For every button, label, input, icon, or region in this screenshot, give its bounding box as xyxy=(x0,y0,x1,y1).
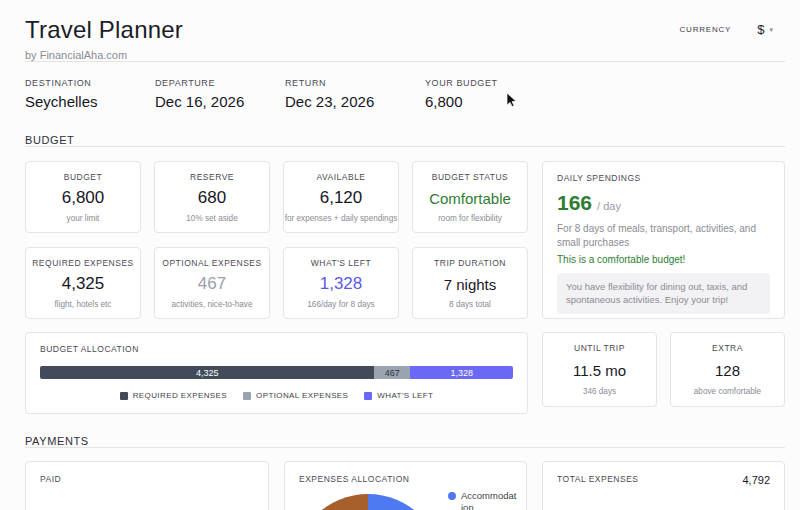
card-value: 7 nights xyxy=(444,276,497,293)
card-label: OPTIONAL EXPENSES xyxy=(162,258,261,268)
currency-label: CURRENCY xyxy=(680,25,732,34)
card-label: REQUIRED EXPENSES xyxy=(32,258,134,268)
divider xyxy=(25,61,785,62)
card-caption: 166/day for 8 days xyxy=(307,300,374,309)
return-label: RETURN xyxy=(285,78,420,88)
card-reserve: RESERVE 680 10% set aside xyxy=(154,161,270,233)
card-trip-duration: TRIP DURATION 7 nights 8 days total xyxy=(412,247,528,319)
card-caption: 346 days xyxy=(583,387,616,396)
card-total-expenses: TOTAL EXPENSES 4,792 xyxy=(542,461,785,510)
divider xyxy=(25,447,785,448)
return-field: RETURN Dec 23, 2026 xyxy=(285,78,420,110)
allocation-legend: REQUIRED EXPENSES OPTIONAL EXPENSES WHAT… xyxy=(40,391,513,400)
legend-item-whats-left: WHAT'S LEFT xyxy=(364,391,433,400)
card-caption: room for flexibility xyxy=(438,214,502,223)
total-expenses-value: 4,792 xyxy=(742,474,770,486)
card-daily-spendings: DAILY SPENDINGS 166 / day For 8 days of … xyxy=(542,161,785,319)
legend-swatch-required xyxy=(120,392,128,400)
card-value: 11.5 mo xyxy=(573,362,626,379)
card-until-trip: UNTIL TRIP 11.5 mo 346 days xyxy=(542,332,657,407)
card-label: BUDGET STATUS xyxy=(432,172,508,182)
header: Travel Planner by FinancialAha.com CURRE… xyxy=(25,0,785,61)
allocation-segment-whats-left: 1,328 xyxy=(410,366,513,379)
payments-section-title: PAYMENTS xyxy=(25,435,785,447)
card-budget-status: BUDGET STATUS Comfortable room for flexi… xyxy=(412,161,528,233)
card-value: 6,800 xyxy=(62,188,105,208)
trip-inputs: DESTINATION Seychelles DEPARTURE Dec 16,… xyxy=(25,78,785,110)
allocation-segment-optional: 467 xyxy=(374,366,410,379)
card-caption: 8 days total xyxy=(449,300,491,309)
card-caption: your limit xyxy=(67,214,100,223)
budget-field: YOUR BUDGET 6,800 xyxy=(425,78,555,110)
card-caption: flight, hotels etc xyxy=(55,300,112,309)
daily-value: 166 xyxy=(557,191,592,215)
page-title: Travel Planner xyxy=(25,16,183,44)
card-extra: EXTRA 128 above comfortable xyxy=(670,332,785,407)
card-value: 1,328 xyxy=(320,274,363,294)
card-whats-left: WHAT'S LEFT 1,328 166/day for 8 days xyxy=(283,247,399,319)
card-budget: BUDGET 6,800 your limit xyxy=(25,161,141,233)
legend-dot-accommodation xyxy=(448,492,456,500)
budget-area: BUDGET 6,800 your limit RESERVE 680 10% … xyxy=(25,161,785,319)
departure-input[interactable]: Dec 16, 2026 xyxy=(155,93,285,110)
card-label: BUDGET xyxy=(64,172,102,182)
destination-input[interactable]: Seychelles xyxy=(25,93,155,110)
legend-label: WHAT'S LEFT xyxy=(377,391,433,400)
destination-label: DESTINATION xyxy=(25,78,155,88)
legend-label: Accommodation xyxy=(461,490,518,510)
expenses-pie-chart xyxy=(293,494,443,510)
currency-select[interactable]: $ ▾ xyxy=(757,22,773,37)
daily-tip: You have flexibility for dining out, tax… xyxy=(557,273,770,314)
card-value: Comfortable xyxy=(429,190,511,207)
card-value: 467 xyxy=(198,274,226,294)
card-caption: above comfortable xyxy=(694,387,761,396)
travel-planner-app: Travel Planner by FinancialAha.com CURRE… xyxy=(0,0,800,510)
destination-field: DESTINATION Seychelles xyxy=(25,78,155,110)
card-required-expenses: REQUIRED EXPENSES 4,325 flight, hotels e… xyxy=(25,247,141,319)
card-available: AVAILABLE 6,120 for expenses + daily spe… xyxy=(283,161,399,233)
budget-section-title: BUDGET xyxy=(25,134,785,146)
card-label: RESERVE xyxy=(190,172,234,182)
card-value: 6,120 xyxy=(320,188,363,208)
card-label: EXTRA xyxy=(712,343,743,353)
currency-control: CURRENCY $ ▾ xyxy=(680,22,774,37)
daily-value-row: 166 / day xyxy=(557,191,770,215)
budget-allocation-card: BUDGET ALLOCATION 4,325 467 1,328 REQUIR… xyxy=(25,332,528,414)
countdown-cards: UNTIL TRIP 11.5 mo 346 days EXTRA 128 ab… xyxy=(542,332,785,407)
card-label: AVAILABLE xyxy=(316,172,365,182)
card-expenses-allocation: EXPENSES ALLOCATION Accommodation xyxy=(284,461,527,510)
currency-value: $ xyxy=(757,22,764,37)
card-label: UNTIL TRIP xyxy=(574,343,625,353)
paid-label: PAID xyxy=(40,474,254,484)
card-label: WHAT'S LEFT xyxy=(311,258,371,268)
pie-legend-item-accommodation: Accommodation xyxy=(448,490,518,510)
daily-unit: / day xyxy=(597,200,621,212)
daily-spendings-label: DAILY SPENDINGS xyxy=(557,173,770,183)
return-input[interactable]: Dec 23, 2026 xyxy=(285,93,420,110)
allocation-bar: 4,325 467 1,328 xyxy=(40,366,513,379)
chevron-down-icon: ▾ xyxy=(769,26,773,34)
departure-field: DEPARTURE Dec 16, 2026 xyxy=(155,78,285,110)
budget-input[interactable]: 6,800 xyxy=(425,93,555,110)
card-paid: PAID xyxy=(25,461,269,510)
daily-description: For 8 days of meals, transport, activiti… xyxy=(557,222,770,249)
allocation-segment-required: 4,325 xyxy=(40,366,374,379)
legend-item-optional: OPTIONAL EXPENSES xyxy=(243,391,348,400)
card-value: 4,325 xyxy=(62,274,105,294)
card-caption: 10% set aside xyxy=(186,214,237,223)
expenses-allocation-label: EXPENSES ALLOCATION xyxy=(299,474,512,484)
legend-swatch-optional xyxy=(243,392,251,400)
total-expenses-label: TOTAL EXPENSES xyxy=(557,474,638,484)
card-caption: for expenses + daily spendings xyxy=(285,214,398,223)
card-optional-expenses: OPTIONAL EXPENSES 467 activities, nice-t… xyxy=(154,247,270,319)
budget-cards-grid: BUDGET 6,800 your limit RESERVE 680 10% … xyxy=(25,161,528,319)
departure-label: DEPARTURE xyxy=(155,78,285,88)
card-value: 680 xyxy=(198,188,226,208)
legend-label: REQUIRED EXPENSES xyxy=(133,391,227,400)
payments-row: PAID EXPENSES ALLOCATION Accommodation T… xyxy=(25,461,785,510)
divider xyxy=(25,146,785,147)
allocation-row: BUDGET ALLOCATION 4,325 467 1,328 REQUIR… xyxy=(25,332,785,414)
legend-item-required: REQUIRED EXPENSES xyxy=(120,391,227,400)
budget-allocation-label: BUDGET ALLOCATION xyxy=(40,344,513,354)
legend-label: OPTIONAL EXPENSES xyxy=(256,391,348,400)
